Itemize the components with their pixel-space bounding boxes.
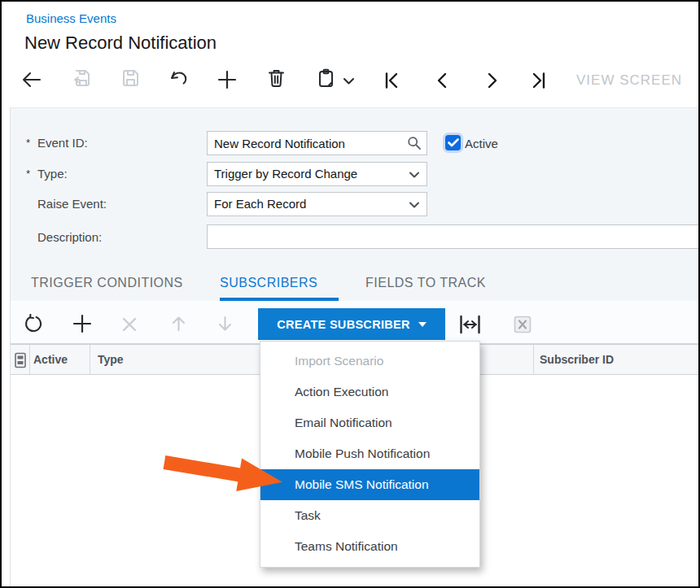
active-checkbox-label: Active: [465, 137, 498, 150]
menu-item-action-execution[interactable]: Action Execution: [260, 377, 479, 407]
excel-icon: [514, 316, 532, 333]
go-previous-button[interactable]: [435, 72, 449, 89]
create-subscriber-button[interactable]: CREATE SUBSCRIBER: [258, 308, 445, 340]
save-and-close-button[interactable]: [72, 68, 91, 88]
undo-icon: [168, 69, 189, 88]
grid-move-up-button[interactable]: [170, 315, 187, 336]
arrow-down-icon: [217, 315, 234, 333]
view-screen-button[interactable]: VIEW SCREEN: [576, 72, 682, 89]
column-header-type[interactable]: Type: [98, 345, 124, 374]
event-id-input[interactable]: [207, 131, 427, 155]
copy-paste-menu-toggle[interactable]: [343, 77, 355, 85]
type-select-value: Trigger by Record Change: [214, 167, 357, 181]
tab-fields-to-track[interactable]: FIELDS TO TRACK: [365, 276, 486, 290]
app-window: Business Events New Record Notification: [0, 0, 700, 588]
menu-item-import-scenario[interactable]: Import Scenario: [260, 346, 479, 377]
back-arrow-icon: [21, 71, 42, 89]
save-icon: [120, 68, 140, 88]
column-separator: [29, 345, 30, 374]
refresh-icon: [24, 314, 43, 333]
chevron-down-icon: [409, 172, 420, 179]
back-button[interactable]: [21, 71, 42, 89]
caret-down-icon: [418, 322, 427, 327]
go-first-button[interactable]: [383, 72, 400, 89]
grid-move-down-button[interactable]: [217, 315, 234, 336]
clipboard-icon: [317, 68, 335, 89]
save-button[interactable]: [120, 68, 140, 88]
chevron-down-icon: [409, 202, 420, 209]
trash-icon: [267, 68, 286, 89]
raise-event-select-value: For Each Record: [214, 197, 306, 211]
menu-item-email-notification[interactable]: Email Notification: [260, 407, 479, 438]
undo-button[interactable]: [168, 69, 189, 88]
export-excel-button[interactable]: [514, 316, 532, 337]
create-subscriber-label: CREATE SUBSCRIBER: [277, 318, 410, 331]
save-close-icon: [72, 68, 91, 88]
required-marker: *: [26, 168, 37, 180]
breadcrumb[interactable]: Business Events: [26, 11, 116, 25]
tab-subscribers[interactable]: SUBSCRIBERS: [220, 276, 317, 290]
row-settings-icon[interactable]: [14, 352, 27, 368]
menu-item-teams-notification[interactable]: Teams Notification: [260, 531, 479, 562]
grid-delete-row-button[interactable]: [121, 316, 138, 336]
chevron-down-icon: [343, 77, 355, 85]
next-record-icon: [485, 72, 500, 89]
fit-width-icon: [458, 315, 482, 334]
active-checkbox[interactable]: [445, 135, 461, 150]
description-input[interactable]: [207, 224, 700, 249]
tab-trigger-conditions[interactable]: TRIGGER CONDITIONS: [31, 276, 183, 290]
column-separator[interactable]: [533, 345, 534, 374]
required-marker: *: [26, 137, 37, 149]
last-record-icon: [531, 72, 547, 89]
plus-icon: [72, 314, 92, 333]
raise-event-select[interactable]: For Each Record: [207, 192, 427, 216]
grid-add-row-button[interactable]: [72, 314, 92, 337]
active-tab-underline: [220, 298, 339, 301]
column-separator[interactable]: [90, 345, 90, 374]
raise-event-label: Raise Event:: [26, 197, 107, 211]
x-icon: [121, 316, 138, 333]
column-header-active[interactable]: Active: [33, 345, 68, 374]
menu-item-task[interactable]: Task: [260, 500, 479, 531]
check-icon: [448, 138, 459, 147]
grid-refresh-button[interactable]: [24, 314, 43, 337]
menu-item-mobile-sms-notification[interactable]: Mobile SMS Notification: [260, 469, 479, 500]
plus-icon: [217, 70, 237, 89]
delete-button[interactable]: [267, 68, 286, 89]
description-label: Description:: [26, 230, 102, 244]
go-next-button[interactable]: [485, 72, 500, 89]
go-last-button[interactable]: [531, 72, 547, 89]
arrow-up-icon: [170, 315, 187, 333]
previous-record-icon: [435, 72, 449, 89]
event-id-lookup[interactable]: [407, 136, 422, 154]
fit-to-screen-button[interactable]: [458, 315, 482, 338]
search-icon: [407, 136, 422, 150]
column-header-subscriber-id[interactable]: Subscriber ID: [540, 345, 614, 374]
page-title: New Record Notification: [24, 33, 217, 54]
copy-paste-button[interactable]: [317, 68, 335, 89]
type-select[interactable]: Trigger by Record Change: [207, 162, 427, 186]
menu-item-mobile-push-notification[interactable]: Mobile Push Notification: [260, 438, 479, 469]
type-label: *Type:: [26, 167, 68, 181]
event-id-label: *Event ID:: [26, 136, 88, 150]
create-subscriber-menu: Import Scenario Action Execution Email N…: [260, 341, 480, 568]
first-record-icon: [383, 72, 400, 89]
insert-button[interactable]: [217, 70, 237, 89]
